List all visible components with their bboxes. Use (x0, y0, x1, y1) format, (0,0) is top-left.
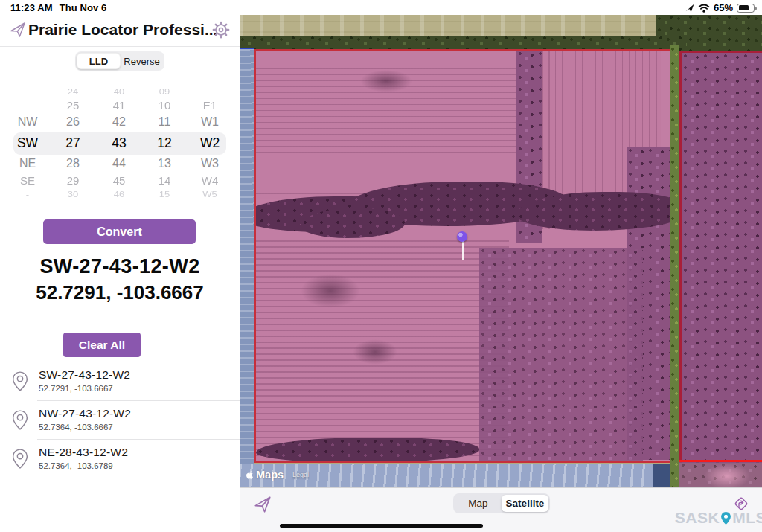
map-dark-spot (353, 339, 397, 365)
tracking-arrow-icon[interactable] (253, 495, 272, 514)
battery-fill (739, 5, 749, 10)
battery-percent-label: 65% (714, 2, 733, 13)
picker-cell[interactable]: 27 (50, 135, 96, 151)
picker-cell[interactable]: 29 (50, 175, 96, 187)
picker-cell[interactable]: 44 (96, 157, 142, 170)
list-item[interactable]: NW-27-43-12-W2 52.7364, -103.6667 (0, 401, 240, 440)
picker-cell[interactable]: W1 (187, 115, 233, 129)
map-overlay-quarter-right (679, 51, 762, 463)
picker-cell[interactable]: 14 (141, 175, 188, 187)
picker-cell[interactable]: 30 (50, 190, 96, 199)
header-divider (0, 46, 240, 47)
picker-cell[interactable]: 09 (141, 88, 188, 97)
map-pin-icon (12, 371, 28, 392)
map-type-switch: Map Satellite (453, 493, 550, 513)
nav-arrow-icon[interactable] (9, 21, 27, 39)
saved-locations-list: SW-27-43-12-W2 52.7291, -103.6667 NW-27-… (0, 362, 240, 478)
converter-panel: 11:23 AMThu Nov 6 Prairie Locator Profes… (0, 0, 240, 532)
picker-cell[interactable]: W5 (187, 190, 233, 199)
map-overlay-blue-left (240, 49, 254, 464)
picker-cell[interactable]: 28 (50, 157, 96, 170)
list-item[interactable]: NE-28-43-12-W2 52.7364, -103.6789 (0, 440, 240, 478)
map-attribution: Maps Legal (246, 469, 309, 481)
picker-cell[interactable]: W4 (187, 175, 233, 187)
app-header: Prairie Locator Professi... (0, 16, 240, 46)
map-path (705, 464, 749, 487)
picker-cell[interactable]: 25 (50, 100, 96, 112)
map-dark-spot (301, 274, 360, 308)
map-pin-icon (12, 448, 28, 469)
battery-icon (737, 4, 755, 13)
location-title: NW-27-43-12-W2 (39, 407, 131, 420)
picker-cell[interactable]: NE (4, 157, 51, 170)
location-arrow-icon (685, 4, 694, 13)
pin-head (457, 231, 467, 242)
watermark-left-text: SASK (675, 509, 720, 527)
clear-all-button[interactable]: Clear All (63, 333, 141, 357)
picker-cell[interactable]: 41 (96, 100, 142, 112)
legal-link[interactable]: Legal (292, 471, 309, 478)
location-coordinates: 52.7364, -103.6789 (39, 461, 113, 470)
map-bush (301, 208, 405, 238)
convert-button[interactable]: Convert (43, 219, 196, 244)
apple-logo-icon (246, 470, 254, 480)
status-date: Thu Nov 6 (60, 2, 107, 13)
result-coordinates: 52.7291, -103.6667 (0, 281, 240, 304)
location-coordinates: 52.7291, -103.6667 (39, 384, 113, 393)
picker-cell[interactable]: 13 (141, 157, 188, 170)
map-trees (479, 248, 643, 463)
map-type-satellite[interactable]: Satellite (502, 495, 548, 512)
status-time-date: 11:23 AMThu Nov 6 (10, 2, 106, 13)
picker-cell[interactable]: 10 (141, 100, 188, 112)
wifi-icon (698, 4, 710, 13)
map-blue-border (240, 48, 254, 49)
picker-cell[interactable]: E1 (187, 100, 233, 112)
picker-cell[interactable]: SE (4, 175, 51, 187)
map-road-allowance (670, 45, 679, 487)
map-dark-spot (360, 70, 412, 92)
picker-cell[interactable]: NW (4, 115, 51, 129)
picker-cell[interactable]: 45 (96, 175, 142, 187)
list-item[interactable]: SW-27-43-12-W2 52.7291, -103.6667 (0, 362, 240, 401)
picker-cell[interactable]: 26 (50, 115, 96, 129)
saskmls-watermark: SASK MLS (675, 509, 762, 527)
location-title: NE-28-43-12-W2 (39, 446, 128, 459)
watermark-right-text: MLS (732, 509, 762, 527)
tab-reverse[interactable]: Reverse (121, 53, 163, 69)
picker-cell[interactable]: 11 (141, 115, 188, 129)
map-type-map[interactable]: Map (455, 495, 502, 512)
mode-switch: LLD Reverse (75, 51, 164, 71)
lld-picker[interactable]: 244009 254110E1 NW264211W1 SW274312W2 NE… (0, 82, 240, 208)
satellite-map[interactable]: Maps Legal (240, 15, 762, 487)
pin-stick (462, 241, 464, 260)
picker-cell[interactable]: 42 (96, 115, 142, 129)
maps-brand-label: Maps (256, 469, 284, 481)
picker-cell[interactable]: W2 (187, 135, 233, 151)
map-pin-marker[interactable] (457, 217, 468, 263)
picker-cell[interactable]: 40 (96, 88, 142, 97)
status-time: 11:23 AM (10, 2, 53, 13)
picker-cell[interactable]: SW (4, 135, 51, 151)
page-title: Prairie Locator Professi... (28, 21, 211, 39)
watermark-pin-icon (720, 510, 731, 526)
picker-cell[interactable]: 43 (96, 135, 142, 151)
picker-cell[interactable]: 15 (141, 190, 188, 199)
home-indicator[interactable] (280, 524, 483, 528)
divider (37, 478, 240, 478)
map-blue-patch (653, 464, 670, 487)
battery-tip (755, 7, 757, 10)
map-toolbar: Map Satellite SASK MLS (240, 487, 762, 532)
tab-lld[interactable]: LLD (77, 53, 121, 69)
result-lld: SW-27-43-12-W2 (0, 255, 240, 278)
map-pin-icon (12, 409, 28, 431)
picker-cell[interactable]: - (4, 190, 51, 199)
location-title: SW-27-43-12-W2 (39, 368, 130, 382)
status-icons: 65% (685, 2, 755, 13)
picker-cell[interactable]: W3 (187, 157, 233, 170)
gear-icon[interactable] (211, 20, 231, 39)
location-coordinates: 52.7364, -103.6667 (39, 423, 113, 432)
picker-cell[interactable]: 12 (141, 135, 188, 151)
picker-cell[interactable]: 24 (50, 88, 96, 97)
picker-cell[interactable]: 46 (96, 190, 142, 199)
